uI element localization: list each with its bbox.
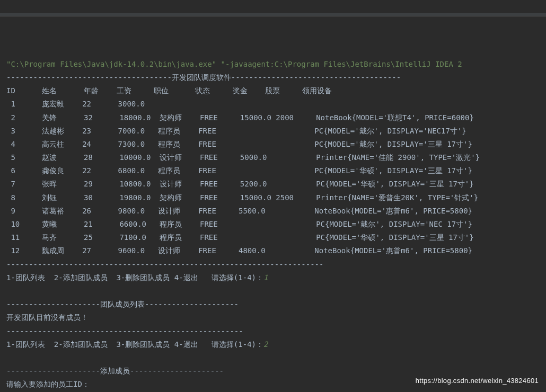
- watermark-text: https://blog.csdn.net/weixin_43824601: [416, 375, 539, 387]
- command-line: "C:\Program Files\Java\jdk-14.0.2\bin\ja…: [6, 60, 462, 68]
- user-input-1: 1: [263, 273, 268, 282]
- console-output: "C:\Program Files\Java\jdk-14.0.2\bin\ja…: [6, 58, 540, 392]
- user-input-2: 2: [263, 340, 268, 349]
- titlebar: [0, 13, 546, 16]
